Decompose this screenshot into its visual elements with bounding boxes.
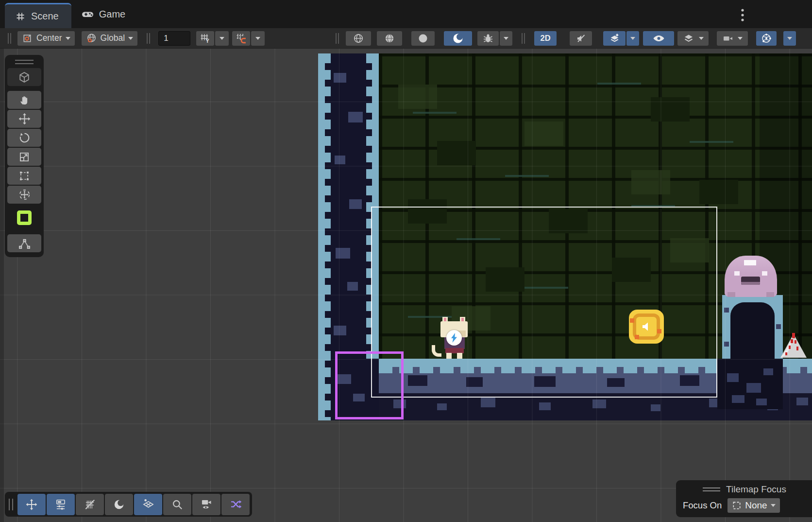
tab-scene-label: Scene xyxy=(31,11,59,22)
debug-dropdown[interactable] xyxy=(500,31,512,46)
focus-on-label: Focus On xyxy=(683,500,722,511)
coin-sprite[interactable] xyxy=(629,310,664,344)
mode-2d-button[interactable]: 2D xyxy=(534,31,557,46)
move-tool-button[interactable] xyxy=(7,110,41,128)
transform-tool-button[interactable] xyxy=(7,186,41,204)
toolbar-drag-handle[interactable] xyxy=(522,33,525,44)
tools-overlay xyxy=(5,55,44,257)
scale-tool-button[interactable] xyxy=(7,148,41,166)
tile-selection-box xyxy=(335,351,404,419)
grid-hatch-toggle-button[interactable] xyxy=(76,494,104,515)
tilemap-focus-drag-handle[interactable] xyxy=(703,487,720,491)
pivot-label: Center xyxy=(36,33,62,43)
tile-highlight-icon xyxy=(17,210,32,225)
chevron-down-icon xyxy=(738,37,743,40)
rect-tool-button[interactable] xyxy=(7,167,41,185)
script-lightning-gizmo[interactable] xyxy=(446,330,462,346)
camera-dropdown[interactable] xyxy=(717,31,748,46)
scene-grid-icon xyxy=(15,11,26,22)
tilemap-settings-button[interactable] xyxy=(47,494,75,515)
transform-icon xyxy=(18,188,31,201)
grid-axis-button[interactable]: Y xyxy=(196,31,214,46)
lighting-crescent-button[interactable] xyxy=(444,31,472,46)
effects-dropdown[interactable] xyxy=(626,31,639,46)
gizmos-dropdown[interactable] xyxy=(783,31,796,46)
toolbar-drag-handle[interactable] xyxy=(336,33,339,44)
layers-dropdown[interactable] xyxy=(677,31,709,46)
room-bounds-selection xyxy=(371,207,717,398)
chevron-down-icon xyxy=(220,37,224,40)
scale-icon xyxy=(18,151,31,163)
globe-icon xyxy=(86,33,97,44)
cat-character-sprite[interactable] xyxy=(440,317,474,359)
tab-bar: Scene Game xyxy=(0,0,812,28)
camera-preview-button[interactable] xyxy=(192,494,220,515)
rect-icon xyxy=(18,170,31,182)
hand-tool-button[interactable] xyxy=(7,91,41,109)
view-cube-button[interactable] xyxy=(7,68,41,86)
rotate-tool-button[interactable] xyxy=(7,129,41,147)
tilemap-focus-title: Tilemap Focus xyxy=(726,484,786,495)
tilemap-toolbar-drag-handle[interactable] xyxy=(9,499,13,510)
focus-on-dropdown[interactable]: None xyxy=(727,498,779,513)
scene-viewport[interactable]: Tilemap Focus Focus On None xyxy=(0,49,812,522)
tab-game-label: Game xyxy=(99,9,125,20)
debug-bug-button[interactable] xyxy=(477,31,499,46)
mode-2d-label: 2D xyxy=(541,34,551,43)
pivot-mode-dropdown[interactable]: Center xyxy=(17,31,75,46)
grid-size-input[interactable] xyxy=(158,31,190,46)
tab-scene[interactable]: Scene xyxy=(5,3,71,28)
kebab-menu-button[interactable] xyxy=(735,7,750,23)
scene-toolbar: Center Global Y xyxy=(0,28,812,49)
spline-tool-button[interactable] xyxy=(7,234,41,252)
shading-wireframe-button[interactable] xyxy=(346,31,371,46)
svg-text:Y: Y xyxy=(206,38,210,44)
tools-drag-handle[interactable] xyxy=(15,60,34,64)
scene-visibility-button[interactable] xyxy=(643,31,674,46)
iso-grid-button[interactable] xyxy=(134,494,162,515)
randomize-button[interactable] xyxy=(221,494,250,515)
chevron-down-icon xyxy=(66,37,70,40)
sphere-shading-button[interactable] xyxy=(105,494,133,515)
grid-snap-dropdown[interactable] xyxy=(251,31,265,46)
toolbar-drag-handle[interactable] xyxy=(147,33,150,44)
crescent-icon xyxy=(113,498,125,511)
sliders-icon xyxy=(54,498,67,511)
orientation-dropdown[interactable]: Global xyxy=(82,31,138,46)
chevron-down-icon xyxy=(630,37,635,40)
camera-eye-icon xyxy=(200,498,213,511)
orientation-label: Global xyxy=(101,33,125,43)
move-icon xyxy=(25,498,38,511)
audio-source-gizmo xyxy=(640,320,653,333)
lighting-on-button[interactable] xyxy=(411,31,435,46)
iso-grid-icon xyxy=(142,498,155,511)
tile-palette-tool-button[interactable] xyxy=(7,209,41,226)
spike-sprite[interactable] xyxy=(779,333,808,359)
spline-icon xyxy=(18,237,31,250)
focus-on-value: None xyxy=(745,500,767,511)
tilemap-move-button[interactable] xyxy=(17,494,46,515)
chevron-down-icon xyxy=(128,37,133,40)
tab-game[interactable]: Game xyxy=(71,0,138,28)
zoom-button[interactable] xyxy=(163,494,191,515)
toolbar-drag-handle[interactable] xyxy=(8,33,11,44)
move-icon xyxy=(18,112,31,125)
shuffle-icon xyxy=(229,498,242,511)
tilemap-toolbar-overlay xyxy=(5,492,252,517)
chevron-down-icon xyxy=(771,504,776,507)
grid-axis-dropdown[interactable] xyxy=(215,31,229,46)
dashed-square-icon xyxy=(732,501,742,510)
effects-button[interactable] xyxy=(603,31,626,46)
gizmos-button[interactable] xyxy=(756,31,777,46)
grid-snap-button[interactable] xyxy=(232,31,250,46)
left-edge-shade xyxy=(0,49,4,522)
chevron-down-icon xyxy=(699,37,704,40)
tilemap-doorway xyxy=(722,295,783,359)
shading-shaded-button[interactable] xyxy=(377,31,402,46)
chevron-down-icon xyxy=(504,37,508,40)
magnifier-icon xyxy=(171,498,184,511)
audio-muted-button[interactable] xyxy=(570,31,592,46)
tilemap-doorway-pit xyxy=(717,359,783,409)
slime-enemy-sprite[interactable] xyxy=(725,252,777,297)
unity-editor-scene-view: Scene Game Center Global xyxy=(0,0,812,522)
